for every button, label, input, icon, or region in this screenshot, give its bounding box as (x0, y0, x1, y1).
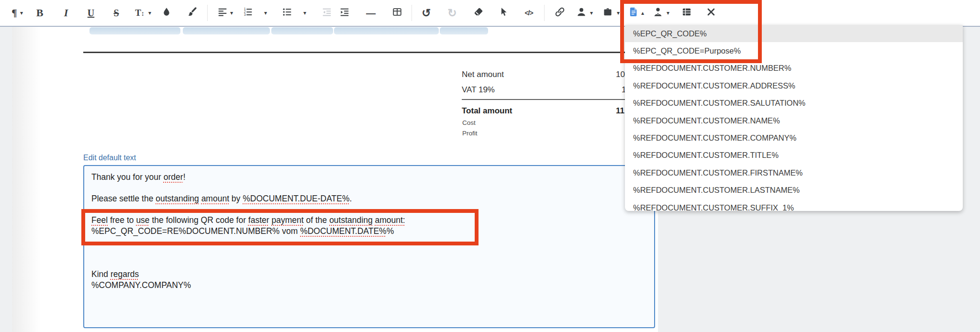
company-placeholder-button[interactable] (598, 3, 617, 23)
chevron-down-icon[interactable]: ▾ (667, 3, 669, 23)
misspelled-word: outstanding (156, 194, 199, 203)
chevron-down-icon[interactable]: ▾ (20, 3, 23, 23)
chevron-down-icon[interactable]: ▾ (230, 3, 233, 23)
select-button[interactable] (494, 3, 513, 23)
misspelled-word: amount (201, 194, 229, 203)
customer-placeholder-button[interactable] (572, 3, 591, 23)
align-button[interactable] (213, 3, 232, 23)
font-size-icon: T↕ (135, 8, 145, 18)
ordered-list-button[interactable]: 123 (238, 3, 257, 23)
misspelled-word: outstanding (329, 215, 373, 225)
code-view-button[interactable]: </> (519, 3, 538, 23)
chevron-down-icon[interactable]: ▾ (264, 3, 267, 23)
svg-text:3: 3 (244, 13, 246, 16)
close-x-icon (706, 7, 716, 19)
placeholder-menu-item[interactable]: %REFDOCUMENT.CUSTOMER.LASTNAME% (625, 182, 963, 199)
briefcase-icon (602, 7, 613, 19)
placeholder-menu-item[interactable]: %EPC_QR_CODE=Purpose% (625, 42, 963, 59)
textbox-paragraph (91, 247, 647, 258)
text-segment: ! (183, 172, 186, 182)
textbox-paragraph: Please settle the outstanding amount by … (91, 193, 647, 204)
misspelled-word: faster (248, 215, 269, 225)
placeholder-menu-item[interactable]: %REFDOCUMENT.CUSTOMER.NAME% (625, 112, 963, 129)
chevron-down-icon[interactable]: ▾ (617, 3, 620, 23)
clear-format-button[interactable] (469, 3, 488, 23)
misspelled-word: amount: (375, 215, 405, 225)
code-icon: </> (524, 9, 533, 17)
text-segment: the following QR code for (150, 215, 248, 225)
chevron-down-icon[interactable]: ▾ (590, 3, 593, 23)
text-segment: %COMPANY.COMPANY% (91, 280, 191, 290)
placeholder-menu-item[interactable]: %EPC_QR_CODE% (625, 25, 963, 42)
placeholder-menu-item[interactable]: %REFDOCUMENT.CUSTOMER.COMPANY% (625, 129, 963, 146)
strikethrough-button[interactable]: S (107, 3, 126, 23)
align-left-icon (217, 7, 228, 19)
bold-button[interactable]: B (30, 3, 49, 23)
chevron-down-icon[interactable]: ▾ (303, 3, 306, 23)
placeholder-menu-item[interactable]: %REFDOCUMENT.CUSTOMER.SALUTATION% (625, 95, 963, 112)
insert-table-button[interactable] (388, 3, 407, 23)
link-button[interactable] (550, 3, 569, 23)
underline-icon: U (88, 8, 94, 19)
placeholder-menu-item[interactable]: %REFDOCUMENT.CUSTOMER.TITLE% (625, 147, 963, 164)
totals-row-label: Net amount (462, 70, 504, 79)
text-segment: by (229, 194, 243, 203)
droplet-icon (161, 7, 172, 19)
chevron-down-icon[interactable]: ▾ (148, 3, 151, 23)
misspelled-word: regards (111, 269, 139, 279)
text-color-button[interactable] (157, 3, 176, 23)
table-cell-highlight[interactable] (334, 27, 439, 34)
chevron-up-icon[interactable]: ▴ (641, 3, 644, 23)
eraser-icon (473, 7, 484, 19)
undo-button[interactable]: ↺ (417, 3, 436, 23)
placeholder-menu-item[interactable]: %REFDOCUMENT.CUSTOMER.SUFFIX_1% (625, 199, 963, 211)
horizontal-rule-icon: — (366, 8, 376, 19)
employee-placeholder-button[interactable] (648, 3, 668, 23)
textbox-paragraph: Thank you for your order! (91, 172, 647, 183)
horizontal-rule-button[interactable]: — (361, 3, 380, 23)
underline-button[interactable]: U (81, 3, 100, 23)
totals-sub-label: Profit (462, 130, 478, 137)
table-cell-highlight[interactable] (89, 27, 180, 34)
highlight-color-button[interactable] (183, 3, 202, 23)
edit-default-text-link[interactable]: Edit default text (83, 154, 136, 162)
placeholder-menu-item[interactable]: %REFDOCUMENT.CUSTOMER.NUMBER% (625, 60, 963, 77)
textbox-paragraph: Feel free to use the following QR code f… (91, 215, 647, 237)
person-icon (576, 7, 587, 19)
table-grid-icon (392, 7, 402, 19)
misspelled-word: %DOCUMENT.DATE% (300, 226, 387, 236)
placeholder-menu-item[interactable]: %REFDOCUMENT.CUSTOMER.FIRSTNAME% (625, 164, 963, 181)
italic-icon: I (64, 7, 68, 19)
misspelled-word: %DOCUMENT.DUE-DATE% (243, 194, 349, 203)
table-cell-highlight[interactable] (440, 27, 488, 34)
paragraph-icon: ¶ (11, 7, 17, 19)
default-text-editor[interactable]: Thank you for your order!Please settle t… (83, 165, 655, 328)
italic-button[interactable]: I (56, 3, 76, 23)
totals-top-rule (83, 52, 656, 53)
close-toolbar-button[interactable] (702, 3, 721, 23)
text-segment: of the (304, 215, 330, 225)
unordered-list-button[interactable] (278, 3, 297, 23)
text-segment: . (350, 194, 352, 203)
text-segment: Kind (91, 269, 111, 279)
totals-row-value: 10 (616, 70, 625, 79)
unordered-list-icon (282, 7, 292, 19)
editor-toolbar: ¶▾BIUST↕▾▾123▾▾—↺↻</>▾▾▴▾ (0, 0, 980, 27)
misspelled-word: use (136, 215, 149, 225)
cursor-arrow-icon (498, 7, 509, 19)
textbox-paragraph: Kind regards%COMPANY.COMPANY% (91, 269, 647, 291)
placeholder-table-button[interactable] (677, 3, 696, 23)
outdent-button (317, 3, 336, 23)
table-cell-highlight[interactable] (183, 27, 270, 34)
document-placeholder-button[interactable] (624, 3, 643, 23)
misspelled-word: payment (271, 215, 303, 225)
font-size-button[interactable]: T↕ (130, 3, 149, 23)
totals-sub-label: Cost (462, 119, 476, 126)
placeholder-menu-item[interactable]: %REFDOCUMENT.CUSTOMER.ADDRESS% (625, 77, 963, 94)
editor-screen: Net amount10VAT 19%1Total amount11CostPr… (0, 0, 980, 332)
strikethrough-icon: S (113, 8, 119, 19)
link-icon (555, 7, 565, 19)
spreadsheet-icon (681, 7, 692, 19)
table-cell-highlight[interactable] (271, 27, 333, 34)
indent-button[interactable] (335, 3, 354, 23)
